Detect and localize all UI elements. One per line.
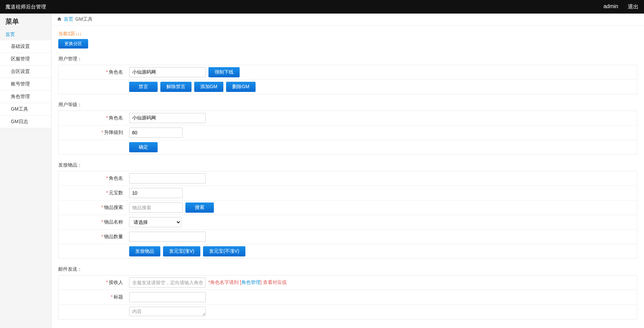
sidebar-item-zone-manage[interactable]: 区服管理: [0, 53, 51, 65]
sidebar-home[interactable]: 首页: [0, 29, 51, 40]
main: 首页 GM工具 当前1区↓↓↓ 更换分区 用户管理： *角色名 强制下线: [52, 14, 644, 328]
sidebar-item-gm-tools[interactable]: GM工具: [0, 103, 51, 116]
chevron-down-icon: ↓↓↓: [75, 31, 81, 36]
sidebar: 菜单 首页 基础设置 区服管理 合区设置 账号管理 角色管理 GM工具 GM日志: [0, 14, 52, 328]
content: 当前1区↓↓↓ 更换分区 用户管理： *角色名 强制下线: [52, 25, 644, 325]
label-item-name: 物品名称: [104, 219, 123, 225]
recipient-hint: *角色名字请到 [角色管理] 查看对应值: [208, 279, 287, 286]
force-offline-button[interactable]: 强制下线: [208, 67, 240, 77]
breadcrumb: 首页 GM工具: [52, 14, 644, 25]
label-item-qty: 物品数量: [104, 234, 123, 239]
label-level-to: 升降级到: [104, 130, 123, 135]
section-title-user-level: 用户等级：: [58, 102, 637, 108]
change-zone-button[interactable]: 更换分区: [58, 39, 88, 49]
recipient-input[interactable]: [129, 277, 206, 288]
sidebar-item-merge-settings[interactable]: 合区设置: [0, 65, 51, 78]
label-item-search: 物品搜索: [104, 205, 123, 210]
label-yuanbao: 元宝数: [109, 190, 123, 195]
home-icon: [57, 17, 62, 22]
role-name-input-2[interactable]: [129, 113, 206, 123]
top-bar: 魔道祖师后台管理 admin 退出: [0, 0, 644, 14]
user-name[interactable]: admin: [603, 3, 618, 11]
brand-title: 魔道祖师后台管理: [5, 4, 46, 10]
sidebar-item-gm-log[interactable]: GM日志: [0, 116, 51, 128]
role-name-input-3[interactable]: [129, 173, 206, 184]
breadcrumb-current: GM工具: [75, 16, 93, 22]
send-yuanbao-nov-button[interactable]: 发元宝(不涨V): [203, 246, 245, 256]
item-search-input[interactable]: [129, 202, 183, 213]
mail-form: *接收人 *角色名字请到 [角色管理] 查看对应值 *标题: [58, 275, 637, 320]
label-recipient: 接收人: [109, 279, 123, 285]
user-manage-form: *角色名 强制下线 禁言 解除禁言 添加GM: [58, 65, 637, 94]
role-manage-link[interactable]: 角色管理: [241, 279, 260, 285]
zone-current-text: 当前1区: [58, 31, 75, 36]
delete-gm-button[interactable]: 删除GM: [226, 82, 256, 92]
role-name-input[interactable]: [129, 67, 206, 77]
label-role-name: 角色名: [109, 69, 123, 75]
sidebar-item-basic-settings[interactable]: 基础设置: [0, 40, 51, 53]
yuanbao-input[interactable]: [129, 188, 183, 198]
label-role-name-2: 角色名: [109, 115, 123, 120]
zone-current-line[interactable]: 当前1区↓↓↓: [58, 31, 637, 37]
section-title-send-item: 发放物品：: [58, 162, 637, 168]
unban-button[interactable]: 解除禁言: [160, 82, 192, 92]
add-gm-button[interactable]: 添加GM: [194, 82, 224, 92]
breadcrumb-home[interactable]: 首页: [64, 16, 73, 22]
level-input[interactable]: [129, 128, 183, 138]
ban-button[interactable]: 禁言: [129, 82, 158, 92]
section-title-user-manage: 用户管理：: [58, 56, 637, 62]
label-role-name-3: 角色名: [109, 175, 123, 181]
send-item-form: *角色名 *元宝数 *物品搜索 搜索: [58, 171, 637, 259]
confirm-level-button[interactable]: 确定: [129, 142, 158, 152]
sidebar-item-role-manage[interactable]: 角色管理: [0, 91, 51, 103]
user-area: admin 退出: [603, 3, 639, 11]
section-title-mail: 邮件发送：: [58, 266, 637, 272]
send-yuanbao-v-button[interactable]: 发元宝(涨V): [163, 246, 201, 256]
sidebar-list: 基础设置 区服管理 合区设置 账号管理 角色管理 GM工具 GM日志: [0, 40, 51, 128]
label-mail-title: 标题: [114, 294, 123, 300]
mail-content-input[interactable]: [129, 307, 206, 316]
user-level-form: *角色名 *升降级到 确定: [58, 111, 637, 155]
menu-title: 菜单: [0, 14, 51, 29]
item-qty-input[interactable]: [129, 232, 206, 242]
sidebar-item-account-manage[interactable]: 账号管理: [0, 78, 51, 91]
item-name-select[interactable]: 请选择: [129, 217, 181, 227]
search-button[interactable]: 搜索: [185, 202, 214, 213]
logout-link[interactable]: 退出: [628, 3, 639, 11]
send-item-button[interactable]: 发放物品: [129, 246, 160, 256]
mail-title-input[interactable]: [129, 292, 206, 302]
